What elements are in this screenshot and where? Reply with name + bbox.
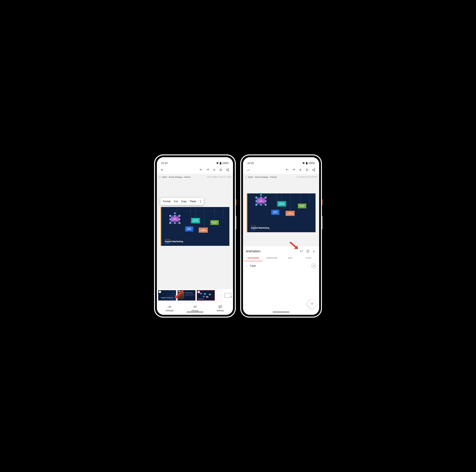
svg-rect-6	[306, 162, 307, 164]
doc-title: Zylker - Brand Strategy - Android	[162, 176, 190, 178]
undo-button[interactable]	[198, 166, 204, 173]
share-button[interactable]	[310, 166, 317, 173]
wifi-icon	[302, 162, 305, 164]
svg-rect-7	[306, 162, 307, 162]
arrow-annotation	[173, 290, 184, 299]
doc-header: Zylker - Brand Strategy - Android Last s…	[243, 174, 319, 180]
canvas-area: Format Cut Copy Paste BUILD STRATEGY	[157, 180, 233, 289]
animation-collapse-icon[interactable]	[311, 249, 316, 254]
undo-button[interactable]	[284, 166, 290, 173]
add-animation-fab[interactable]: +	[306, 298, 318, 309]
status-time: 10:10	[247, 162, 254, 165]
slide-title: Overview Digital Marketing	[165, 239, 183, 244]
status-bar: 10:10 100%	[157, 157, 233, 166]
add-button[interactable]	[211, 166, 218, 173]
tag-measure[interactable]: MEASURE & REVIEW	[298, 204, 306, 208]
tag-lead[interactable]: LEAD CONVERSION	[199, 228, 208, 233]
tab-entrance[interactable]: ENTRANCE	[244, 257, 263, 261]
share-button[interactable]	[224, 166, 231, 173]
selection-box	[256, 197, 266, 205]
redo-button[interactable]	[204, 166, 211, 173]
svg-rect-5	[219, 306, 222, 308]
device-left: 10:10 100%	[154, 154, 236, 318]
animation-panel: Animation ENTRANCE EMPHASIS EXIT PATH ▶	[243, 246, 319, 315]
doc-meta: Last saved at 7:01:30 PM	[296, 176, 317, 178]
animation-name: Fade	[250, 264, 309, 267]
status-bar: 10:10 100%	[243, 157, 319, 166]
animation-list-icon[interactable]	[299, 249, 304, 254]
edit-icon	[159, 176, 161, 178]
volume-button	[322, 216, 323, 229]
battery-icon	[220, 162, 221, 164]
animation-tabs: ENTRANCE EMPHASIS EXIT PATH	[243, 255, 319, 261]
toolbar	[243, 166, 319, 174]
doc-meta: Last modified on Apr 21, 2020	[207, 176, 231, 178]
selection-box	[170, 215, 180, 223]
tag-measure[interactable]: MEASURE & REVIEW	[210, 220, 219, 225]
tab-emphasis[interactable]: EMPHASIS	[263, 257, 281, 261]
add-button[interactable]	[297, 166, 304, 173]
tab-review[interactable]: Review	[208, 302, 233, 315]
canvas-area: BUILD STRATEGY INBOUND MARKETING MEA	[243, 180, 319, 246]
tab-animate[interactable]: Animate	[157, 302, 182, 315]
doc-header: Zylker - Brand Strategy - Android Last m…	[157, 174, 233, 180]
context-menu: Format Cut Copy Paste	[160, 198, 204, 205]
edit-icon	[245, 176, 247, 178]
play-button[interactable]	[218, 166, 224, 173]
bottom-tabs: Animate Format Review	[157, 302, 233, 315]
power-button	[322, 199, 323, 205]
context-paste[interactable]: Paste	[190, 200, 196, 203]
tag-brand[interactable]: BRAND IDENTITY	[271, 210, 279, 215]
tag-brand[interactable]: BRAND IDENTITY	[185, 226, 193, 231]
tag-inbound[interactable]: INBOUND MARKETING	[191, 218, 200, 223]
tag-build[interactable]: BUILD STRATEGY	[257, 198, 265, 204]
context-more[interactable]	[200, 200, 201, 203]
add-slide-button[interactable]	[224, 293, 231, 298]
battery-icon	[306, 162, 307, 164]
toolbar	[157, 166, 233, 174]
status-battery: 100%	[308, 162, 315, 165]
tab-format[interactable]: Format	[182, 302, 208, 315]
confirm-button[interactable]	[245, 166, 252, 173]
status-time: 10:10	[161, 162, 168, 165]
slide-canvas[interactable]: BUILD STRATEGY INBOUND MARKETING	[160, 207, 229, 246]
animation-preview-button[interactable]	[312, 264, 316, 268]
device-right: 10:10 100% Zylker - Brand Strategy - And…	[240, 154, 322, 318]
arrow-annotation	[289, 241, 300, 250]
back-button[interactable]	[159, 166, 166, 173]
volume-button	[236, 216, 236, 229]
svg-rect-0	[220, 162, 221, 164]
doc-title: Zylker - Brand Strategy - Android	[248, 176, 276, 178]
svg-rect-1	[220, 162, 221, 162]
thumbnail-4[interactable]	[216, 290, 222, 301]
tag-inbound[interactable]: INBOUND MARKETING	[277, 201, 286, 207]
power-button	[236, 199, 236, 205]
wifi-icon	[216, 162, 219, 164]
tab-exit[interactable]: EXIT	[281, 257, 300, 261]
status-battery: 100%	[222, 162, 229, 165]
slide-title: Overview Digital Marketing	[251, 225, 269, 230]
animation-play-icon[interactable]	[305, 249, 310, 254]
animation-item[interactable]: ▶ Fade	[243, 261, 319, 271]
tab-path[interactable]: PATH	[300, 257, 318, 261]
context-cut[interactable]: Cut	[174, 200, 178, 203]
chevron-right-icon: ▶	[246, 265, 247, 267]
context-copy[interactable]: Copy	[181, 200, 187, 203]
slide-canvas[interactable]: BUILD STRATEGY INBOUND MARKETING MEA	[247, 194, 316, 232]
thumbnail-strip: 1 BRAND STRATEGY 2 Marketing Strategy 3 …	[157, 289, 233, 302]
tag-lead[interactable]: LEAD CONVERSION	[286, 211, 295, 216]
tag-build[interactable]: BUILD STRATEGY	[171, 216, 179, 222]
play-button[interactable]	[304, 166, 310, 173]
thumbnail-3[interactable]: 3 Digital Marketing	[197, 290, 215, 301]
redo-button[interactable]	[290, 166, 297, 173]
context-format[interactable]: Format	[163, 200, 170, 203]
